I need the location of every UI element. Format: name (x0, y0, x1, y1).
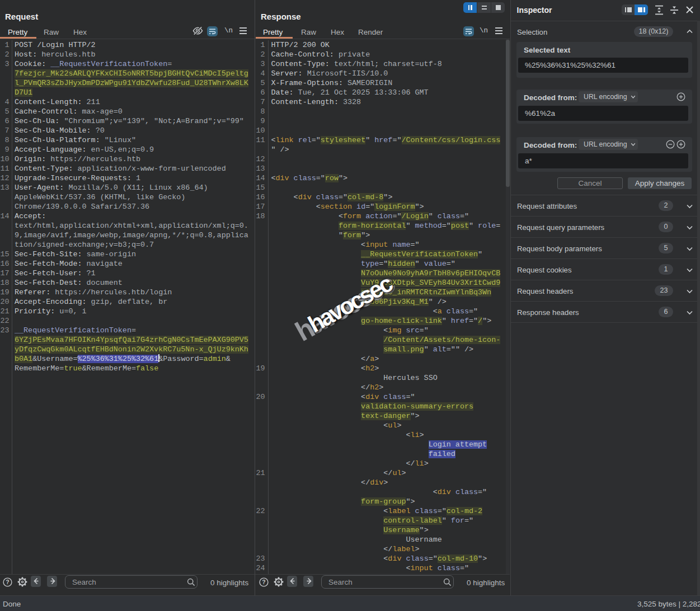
svg-text:?: ? (6, 579, 9, 585)
svg-text:?: ? (262, 579, 265, 585)
